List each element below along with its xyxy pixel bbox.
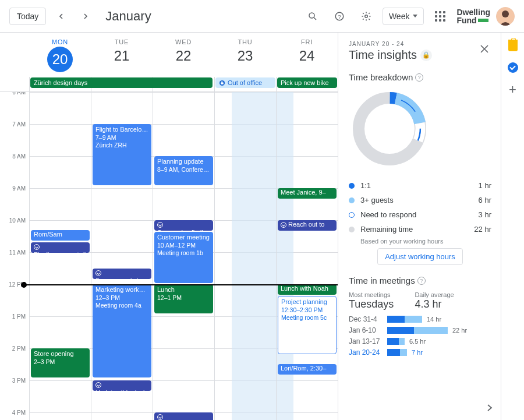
- breakdown-legend: 1:11 hr 3+ guests6 hr Need to respond3 h…: [349, 178, 491, 237]
- day-column-tue[interactable]: Flight to Barcelona7–9 AMZürich ZRH Prep…: [91, 92, 153, 420]
- day-header[interactable]: THU23: [214, 33, 276, 77]
- time-label: 1 PM: [12, 313, 26, 320]
- time-label: 3 PM: [12, 377, 26, 384]
- time-insights-panel: JANUARY 20 - 24 Time insights 🔒 Time bre…: [338, 33, 501, 420]
- calendar-task[interactable]: Update slide deck: [93, 380, 151, 391]
- view-label: Week: [389, 12, 410, 21]
- day-header[interactable]: MON20: [29, 33, 91, 77]
- svg-point-0: [309, 13, 314, 18]
- calendar-event[interactable]: Lunch with Noah: [278, 284, 337, 295]
- day-name: FRI: [276, 38, 338, 45]
- calendar-task[interactable]: Prepare workshop: [93, 269, 151, 279]
- calendar-task[interactable]: Summarize findings: [154, 220, 213, 231]
- time-label: 2 PM: [12, 345, 26, 352]
- day-name: MON: [29, 38, 91, 45]
- prev-period-button[interactable]: [52, 7, 70, 26]
- calendar-event[interactable]: Lori/Rom, 2:30–: [278, 364, 337, 375]
- settings-button[interactable]: [356, 6, 377, 27]
- calendar-area: MON20TUE21WED22THU23FRI24 Zürich design …: [0, 33, 338, 420]
- calendar-event[interactable]: Rom/Sam: [31, 230, 90, 241]
- svg-line-1: [314, 17, 316, 20]
- ooo-label: Out of office: [228, 79, 262, 86]
- insights-next-button[interactable]: [484, 402, 495, 415]
- day-column-wed[interactable]: Planning update8–9 AM, Conference Summar…: [153, 92, 214, 420]
- day-name: WED: [153, 38, 214, 45]
- day-number: 23: [214, 48, 276, 64]
- time-label: 9 AM: [12, 185, 26, 192]
- apps-icon: [435, 11, 445, 22]
- view-dropdown[interactable]: Week: [383, 8, 424, 25]
- day-column-fri[interactable]: Meet Janice, 9– Reach out to Lunch with …: [276, 92, 338, 420]
- time-label: 10 AM: [9, 217, 26, 224]
- breakdown-heading: Time breakdown?: [349, 72, 491, 82]
- calendar-event-tentative[interactable]: Project planning12:30–2:30 PMMeeting roo…: [278, 296, 337, 354]
- svg-rect-8: [221, 82, 224, 84]
- caret-down-icon: [413, 15, 417, 17]
- day-name: THU: [214, 38, 276, 45]
- week-bar-row[interactable]: Jan 13-176.5 hr: [349, 337, 491, 345]
- legend-item[interactable]: Need to respond3 hr: [349, 207, 491, 222]
- today-button[interactable]: Today: [9, 8, 46, 25]
- close-icon: [480, 45, 488, 53]
- day-column-thu[interactable]: [214, 92, 276, 420]
- day-number: 24: [276, 48, 338, 64]
- legend-note: Based on your working hours: [360, 238, 491, 245]
- weekly-meeting-bars: Dec 31-414 hrJan 6-1022 hrJan 13-176.5 h…: [349, 315, 491, 357]
- calendar-task[interactable]: Finalize presentation: [31, 242, 90, 253]
- week-bar-row[interactable]: Dec 31-414 hr: [349, 315, 491, 323]
- allday-row: Zürich design days Out of office Pick up…: [0, 77, 338, 92]
- tasks-app-button[interactable]: [507, 62, 519, 73]
- time-label: 11 AM: [9, 249, 26, 256]
- day-number: 20: [47, 47, 73, 72]
- brand-logo: DwellingFund: [456, 8, 490, 24]
- day-header[interactable]: WED22: [153, 33, 214, 77]
- day-header[interactable]: FRI24: [276, 33, 338, 77]
- most-meetings-stat: Most meetingsTuesdays: [349, 291, 394, 310]
- now-indicator: [24, 284, 338, 285]
- day-column-mon[interactable]: Rom/Sam Finalize presentation Store open…: [29, 92, 91, 420]
- add-app-button[interactable]: +: [507, 84, 519, 96]
- allday-event[interactable]: Pick up new bike: [277, 77, 337, 88]
- insights-date-range: JANUARY 20 - 24: [349, 41, 491, 47]
- svg-point-6: [502, 10, 509, 17]
- calendar-event[interactable]: Planning update8–9 AM, Conference: [154, 156, 213, 185]
- calendar-event[interactable]: Meet Janice, 9–: [278, 188, 337, 199]
- calendar-task[interactable]: Prepare presentation: [154, 412, 213, 420]
- calendar-event[interactable]: Flight to Barcelona7–9 AMZürich ZRH: [93, 124, 151, 185]
- day-headers: MON20TUE21WED22THU23FRI24: [0, 33, 338, 77]
- lock-icon[interactable]: 🔒: [420, 50, 432, 61]
- day-header[interactable]: TUE21: [91, 33, 153, 77]
- close-panel-button[interactable]: [476, 41, 493, 57]
- search-button[interactable]: [302, 6, 323, 27]
- week-bar-row[interactable]: Jan 20-247 hr: [349, 348, 491, 357]
- insights-title: Time insights: [349, 48, 417, 62]
- help-button[interactable]: ?: [329, 6, 350, 27]
- help-icon[interactable]: ?: [415, 73, 423, 82]
- chevron-right-icon: [487, 404, 493, 411]
- adjust-hours-button[interactable]: Adjust working hours: [377, 248, 463, 265]
- legend-item[interactable]: Remaining time22 hr: [349, 222, 491, 237]
- avg-meetings-stat: Daily average4.3 hr: [415, 291, 454, 310]
- week-bar-row[interactable]: Jan 6-1022 hr: [349, 326, 491, 334]
- legend-item[interactable]: 3+ guests6 hr: [349, 193, 491, 207]
- time-breakdown-chart[interactable]: [349, 88, 430, 170]
- svg-text:?: ?: [338, 13, 341, 19]
- app-header: Today January ? Week DwellingFund: [0, 0, 524, 33]
- keep-icon: [508, 40, 518, 51]
- keep-app-button[interactable]: [507, 40, 519, 51]
- calendar-event[interactable]: Lunch12–1 PM: [154, 284, 213, 313]
- account-avatar[interactable]: [496, 7, 515, 26]
- svg-point-4: [365, 15, 368, 17]
- plus-icon: +: [509, 82, 516, 97]
- allday-event[interactable]: Zürich design days: [30, 77, 213, 88]
- calendar-event[interactable]: Marketing workshop12–3 PMMeeting room 4a: [93, 284, 151, 377]
- calendar-event[interactable]: Store opening2–3 PM: [31, 348, 90, 377]
- apps-button[interactable]: [430, 6, 451, 27]
- chevron-right-icon: [83, 13, 88, 19]
- next-period-button[interactable]: [76, 7, 95, 26]
- calendar-task[interactable]: Reach out to: [278, 220, 337, 231]
- legend-item[interactable]: 1:11 hr: [349, 178, 491, 193]
- help-icon[interactable]: ?: [417, 277, 426, 285]
- calendar-event[interactable]: Customer meeting10 AM–12 PMMeeting room …: [154, 232, 213, 283]
- allday-ooo[interactable]: Out of office: [215, 77, 275, 88]
